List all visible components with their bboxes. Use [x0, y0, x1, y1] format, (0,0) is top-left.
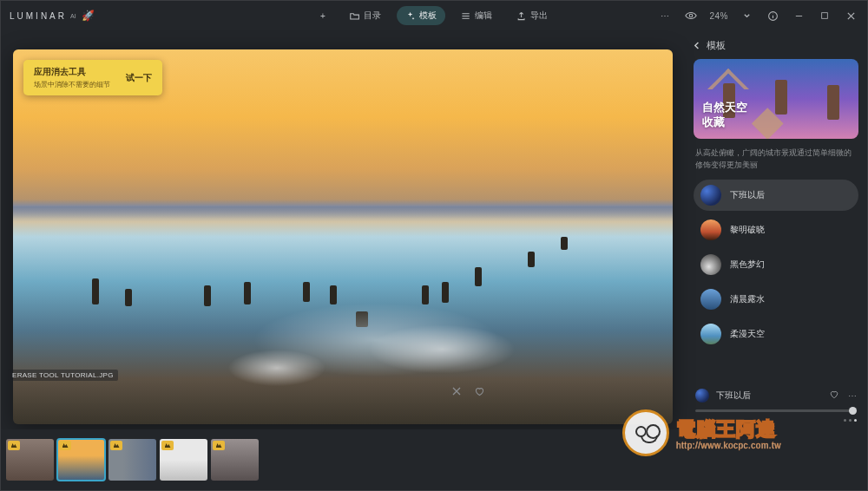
plus-icon: + [320, 11, 326, 21]
current-filename: ERASE TOOL TUTORIAL.JPG [8, 370, 118, 381]
svg-rect-2 [822, 13, 828, 19]
maximize-button[interactable] [817, 8, 832, 23]
export-icon [516, 11, 526, 21]
preset-favorite-button[interactable] [829, 390, 839, 402]
tooltip-body: 场景中消除不需要的细节 [34, 80, 110, 89]
selected-preset-label: 下班以后 [716, 390, 751, 402]
nav-export[interactable]: 导出 [508, 6, 556, 25]
more-button[interactable]: ⋯ [657, 8, 673, 23]
zoom-level[interactable]: 24% [709, 11, 728, 21]
nav-edit[interactable]: 编辑 [452, 6, 501, 25]
templates-sidebar: 模板 自然天空 收藏 从高处俯瞰，广阔的城市景观通过简单细微的修饰变得更加美丽 … [685, 30, 867, 429]
tooltip-erase: 应用消去工具 场景中消除不需要的细节 试一下 [23, 60, 162, 95]
brand-suffix: AI [70, 13, 76, 19]
filmstrip-thumb[interactable] [57, 439, 105, 481]
nav-templates[interactable]: 模板 [397, 6, 445, 25]
minimize-button[interactable] [791, 8, 806, 23]
preset-label: 清晨露水 [730, 293, 765, 305]
add-button[interactable]: + [312, 6, 334, 25]
template-badge-icon [59, 441, 71, 450]
brand-name: LUMINAR [10, 11, 67, 21]
preset-item[interactable]: 黑色梦幻 [694, 249, 858, 280]
filmstrip-thumbs [6, 439, 259, 481]
app-window: LUMINAR AI 🚀 + 目录 模板 [0, 0, 868, 491]
info-icon[interactable] [765, 8, 780, 23]
svg-point-0 [690, 14, 694, 17]
canvas-actions [451, 386, 485, 400]
folder-icon [350, 11, 359, 21]
tooltip-title: 应用消去工具 [34, 66, 110, 78]
preset-thumb [700, 185, 721, 206]
template-badge-icon [110, 441, 122, 450]
chevron-down-icon[interactable] [739, 8, 754, 23]
nav-catalog-label: 目录 [364, 10, 381, 22]
intensity-slider[interactable] [695, 409, 857, 412]
preset-thumb [700, 289, 721, 310]
preset-item[interactable]: 黎明破晓 [694, 214, 858, 245]
preset-thumb [700, 324, 721, 344]
canvas-area: 应用消去工具 场景中消除不需要的细节 试一下 ERASE TOOL TUTORI… [1, 30, 685, 429]
preset-more-button[interactable]: ⋯ [848, 391, 857, 401]
sliders-icon [461, 11, 470, 21]
close-button[interactable] [843, 8, 858, 23]
rocket-icon: 🚀 [82, 10, 97, 22]
preset-label: 黑色梦幻 [730, 259, 765, 271]
template-badge-icon [161, 441, 174, 450]
sidebar-bottom: 下班以后 ⋯ [694, 380, 858, 426]
preset-label: 下班以后 [730, 189, 765, 201]
filmstrip [1, 429, 867, 490]
filmstrip-thumb[interactable] [108, 439, 156, 481]
template-badge-icon [8, 441, 20, 450]
favorite-button[interactable] [474, 386, 485, 400]
titlebar: LUMINAR AI 🚀 + 目录 模板 [1, 1, 867, 30]
sidebar-back[interactable]: 模板 [694, 39, 858, 52]
tooltip-try-button[interactable]: 试一下 [126, 72, 152, 84]
app-body: 应用消去工具 场景中消除不需要的细节 试一下 ERASE TOOL TUTORI… [1, 30, 867, 429]
titlebar-right: ⋯ 24% [657, 8, 858, 23]
nav-templates-label: 模板 [419, 10, 437, 22]
eye-icon[interactable] [683, 8, 699, 23]
chevron-left-icon [694, 42, 701, 49]
preset-item[interactable]: 柔漫天空 [694, 318, 858, 350]
sidebar-title: 模板 [707, 39, 726, 52]
preset-item[interactable]: 下班以后 [694, 180, 858, 211]
reject-button[interactable] [451, 386, 462, 400]
template-badge-icon [213, 441, 225, 450]
filmstrip-thumb[interactable] [211, 439, 259, 481]
brand: LUMINAR AI 🚀 [10, 10, 97, 22]
sparkle-icon [405, 11, 415, 21]
selected-preset-thumb [695, 389, 709, 403]
preset-label: 黎明破晓 [730, 224, 765, 236]
selected-preset-row: 下班以后 ⋯ [694, 385, 858, 406]
collection-title: 自然天空 [702, 100, 747, 115]
preset-item[interactable]: 清晨露水 [694, 284, 858, 315]
main-nav: + 目录 模板 编辑 [312, 6, 556, 25]
collection-subtitle: 收藏 [702, 115, 747, 130]
filmstrip-thumb[interactable] [6, 439, 54, 481]
filmstrip-thumb[interactable] [160, 439, 207, 481]
nav-edit-label: 编辑 [475, 10, 492, 22]
preset-label: 柔漫天空 [730, 328, 765, 340]
collection-card[interactable]: 自然天空 收藏 [694, 59, 858, 139]
preset-thumb [700, 219, 721, 240]
image-canvas[interactable]: 应用消去工具 场景中消除不需要的细节 试一下 [13, 49, 673, 424]
collection-description: 从高处俯瞰，广阔的城市景观通过简单细微的修饰变得更加美丽 [695, 147, 857, 171]
preset-thumb [700, 254, 721, 275]
page-dots [694, 414, 858, 426]
preset-list: 下班以后黎明破晓黑色梦幻清晨露水柔漫天空 [694, 180, 858, 350]
nav-catalog[interactable]: 目录 [341, 6, 390, 25]
nav-export-label: 导出 [530, 10, 548, 22]
